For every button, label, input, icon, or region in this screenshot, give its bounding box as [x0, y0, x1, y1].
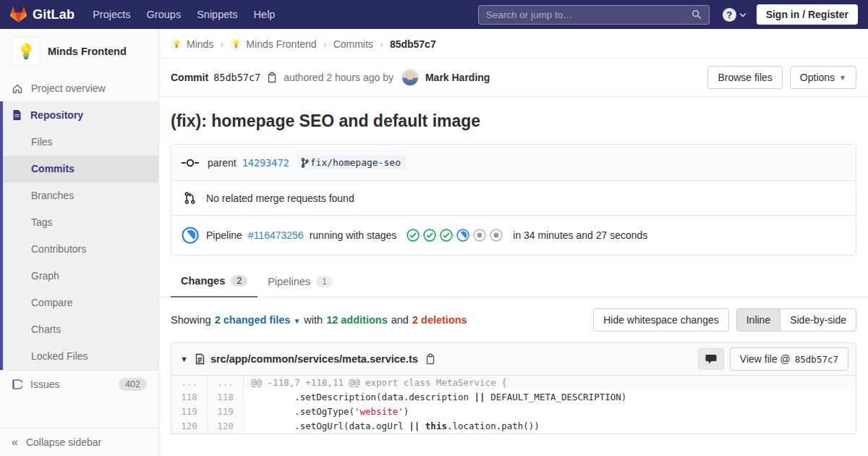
new-line-number[interactable]: 120	[208, 419, 244, 434]
options-button[interactable]: Options ▼	[790, 66, 856, 89]
diff-line-content: @@ -118,7 +118,11 @@ export class MetaSe…	[244, 376, 856, 390]
sidebar-item-commits[interactable]: Commits	[3, 156, 158, 182]
sidebar-item-graph[interactable]: Graph	[3, 263, 158, 290]
tab-changes[interactable]: Changes2	[171, 266, 258, 297]
breadcrumb: 💡Minds›💡Minds Frontend›Commits›85db57c7	[159, 29, 868, 59]
tab-label: Pipelines	[268, 276, 310, 287]
main-content: 💡Minds›💡Minds Frontend›Commits›85db57c7 …	[159, 0, 868, 434]
new-line-number[interactable]: 118	[208, 390, 244, 405]
old-line-number[interactable]: 120	[171, 419, 208, 434]
project-name: Minds Frontend	[48, 46, 127, 57]
comment-bubble-icon	[705, 354, 717, 365]
browse-files-button[interactable]: Browse files	[707, 66, 782, 89]
pipeline-status-running-icon[interactable]	[182, 227, 199, 244]
breadcrumb-item-minds[interactable]: 💡Minds	[171, 38, 213, 50]
sidebar-item-charts[interactable]: Charts	[3, 316, 158, 343]
breadcrumb-label: Minds	[187, 38, 213, 50]
search-input[interactable]	[486, 9, 692, 20]
old-line-number[interactable]: 119	[171, 405, 208, 419]
breadcrumb-item-85db57c7: 85db57c7	[390, 38, 436, 50]
collapse-sidebar-label: Collapse sidebar	[26, 436, 101, 448]
caret-down-icon: ▼	[293, 317, 300, 325]
breadcrumb-item-commits[interactable]: Commits	[333, 38, 373, 50]
sidebar-item-contributors[interactable]: Contributors	[3, 236, 158, 263]
diff-view-controls: Hide whitespace changes Inline Side-by-s…	[593, 308, 856, 332]
new-line-number[interactable]: 119	[208, 405, 244, 419]
stage-pending-icon[interactable]	[490, 229, 503, 242]
parent-row: parent 14293472 fix/homepage-seo	[171, 145, 856, 180]
document-icon	[12, 109, 22, 121]
old-line-number[interactable]: ...	[171, 376, 208, 390]
diff-line: ......@@ -118,7 +118,11 @@ export class …	[171, 376, 856, 390]
stage-passed-icon[interactable]	[440, 229, 453, 242]
diff-line-content: .setOgType('website')	[244, 405, 856, 419]
help-menu[interactable]: ?	[723, 8, 746, 22]
view-file-sha: 85db57c7	[795, 354, 838, 365]
navbar-links: ProjectsGroupsSnippetsHelp	[85, 0, 283, 29]
old-line-number[interactable]: 118	[171, 390, 208, 405]
commit-actions: Browse files Options ▼	[707, 66, 856, 89]
hide-whitespace-button[interactable]: Hide whitespace changes	[593, 308, 729, 332]
parent-sha-link[interactable]: 14293472	[242, 157, 289, 169]
author-avatar[interactable]	[401, 69, 419, 86]
sidebar-item-label: Project overview	[31, 83, 106, 94]
commit-info-box: parent 14293472 fix/homepage-seo No	[171, 144, 856, 256]
branch-name: fix/homepage-seo	[310, 157, 401, 168]
sign-in-register-button[interactable]: Sign in / Register	[757, 4, 858, 25]
stage-passed-icon[interactable]	[423, 229, 436, 242]
issues-count-badge: 402	[119, 378, 147, 391]
sidebar-item-locked-files[interactable]: Locked Files	[3, 343, 158, 370]
tab-pipelines[interactable]: Pipelines1	[258, 266, 343, 297]
stage-pending-icon[interactable]	[473, 229, 486, 242]
gitlab-logo[interactable]: GitLab	[10, 7, 75, 23]
collapse-file-caret-icon[interactable]: ▼	[179, 355, 190, 363]
stage-passed-icon[interactable]	[407, 229, 420, 242]
search-icon[interactable]	[692, 9, 702, 20]
search-box[interactable]	[478, 5, 710, 25]
pipeline-status-text: running with stages	[310, 229, 397, 241]
nav-link-projects[interactable]: Projects	[85, 0, 138, 29]
author-name[interactable]: Mark Harding	[425, 72, 490, 83]
side-by-side-view-button[interactable]: Side-by-side	[780, 308, 856, 332]
nav-link-snippets[interactable]: Snippets	[189, 0, 245, 29]
breadcrumb-item-minds-frontend[interactable]: 💡Minds Frontend	[230, 38, 316, 50]
collapse-sidebar-button[interactable]: « Collapse sidebar	[0, 428, 158, 456]
copy-file-path-button[interactable]	[424, 352, 437, 366]
changed-files-dropdown[interactable]: 2 changed files ▼	[215, 314, 301, 326]
file-icon	[195, 353, 205, 365]
diff-table: ......@@ -118,7 +118,11 @@ export class …	[171, 376, 856, 434]
sidebar-item-project-overview[interactable]: Project overview	[0, 75, 158, 101]
inline-view-button[interactable]: Inline	[736, 308, 780, 332]
sidebar-item-tags[interactable]: Tags	[3, 209, 158, 236]
help-icon: ?	[723, 8, 736, 22]
sidebar-item-files[interactable]: Files	[3, 129, 158, 156]
new-line-number[interactable]: ...	[208, 376, 244, 390]
project-sidebar: 💡 Minds Frontend Project overview Reposi…	[0, 29, 159, 456]
project-context-header[interactable]: 💡 Minds Frontend	[0, 29, 158, 75]
repository-subnav: FilesCommitsBranchesTagsContributorsGrap…	[3, 129, 158, 370]
sidebar-item-repository[interactable]: Repository	[3, 101, 158, 129]
sidebar-item-issues[interactable]: Issues 402	[0, 370, 158, 398]
nav-link-groups[interactable]: Groups	[139, 0, 190, 29]
diff-line: 119119 .setOgType('website')	[171, 405, 856, 419]
commit-sha: 85db57c7	[213, 72, 260, 83]
diff-summary-row: Showing 2 changed files ▼ with 12 additi…	[159, 297, 868, 342]
file-path[interactable]: src/app/common/services/meta.service.ts	[210, 353, 418, 365]
issues-icon	[12, 379, 22, 390]
breadcrumb-separator-icon: ›	[380, 38, 383, 50]
toggle-comments-button[interactable]	[698, 348, 724, 370]
pipeline-id-link[interactable]: #116473256	[248, 229, 304, 241]
view-file-button[interactable]: View file @ 85db57c7	[730, 347, 848, 371]
options-label: Options	[800, 72, 835, 83]
copy-sha-button[interactable]	[265, 70, 278, 85]
with-label: with	[304, 314, 323, 326]
sidebar-item-branches[interactable]: Branches	[3, 182, 158, 209]
diff-file-header: ▼ src/app/common/services/meta.service.t…	[171, 343, 856, 376]
branch-badge[interactable]: fix/homepage-seo	[298, 156, 406, 169]
breadcrumb-avatar: 💡	[230, 38, 242, 50]
diff-file-actions: View file @ 85db57c7	[698, 347, 848, 371]
sidebar-item-compare[interactable]: Compare	[3, 290, 158, 316]
stage-running-icon[interactable]	[456, 229, 469, 242]
nav-link-help[interactable]: Help	[246, 0, 284, 29]
sidebar-item-label: Issues	[30, 379, 59, 390]
